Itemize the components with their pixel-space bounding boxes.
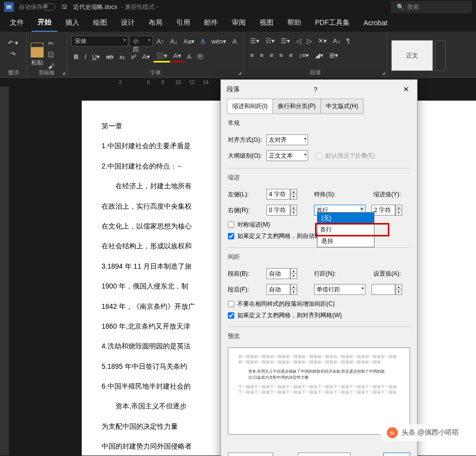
clipboard-expand-icon[interactable]: ◢ — [62, 71, 65, 75]
undo-button[interactable]: ↶ ▾ — [5, 38, 21, 48]
option-none[interactable]: (无) — [317, 213, 374, 224]
left-spinner[interactable]: ▴▾ — [290, 189, 297, 200]
paste-button[interactable]: 粘贴 — [31, 40, 44, 69]
enclose-char[interactable]: ㊕ — [195, 51, 206, 62]
noadd-checkbox[interactable] — [228, 301, 234, 307]
by-spinner[interactable]: ▴▾ — [395, 205, 402, 216]
tab-asian[interactable]: 中文版式(H) — [320, 99, 364, 114]
document-name: 近代史缩略.docx — [73, 3, 117, 11]
collapse-checkbox — [316, 153, 322, 159]
group-paragraph: 段落 — [244, 69, 387, 76]
decrease-indent[interactable]: ◁ — [294, 36, 304, 46]
bullets[interactable]: ☰▾ — [248, 36, 262, 46]
line-spacing-select[interactable]: 单倍行距▾ — [314, 284, 366, 295]
sort[interactable]: A↓ — [330, 36, 343, 46]
show-marks[interactable]: ¶ — [344, 36, 352, 46]
align-left[interactable]: ≡ — [248, 50, 257, 60]
by-input[interactable] — [371, 205, 395, 216]
italic-button[interactable]: I — [82, 52, 89, 62]
line-spacing[interactable]: ↕≡▾ — [296, 50, 312, 60]
tab-file[interactable]: 文件 — [4, 14, 30, 31]
after-input[interactable] — [266, 284, 290, 295]
subscript[interactable]: x₂ — [117, 52, 128, 62]
justify[interactable]: ≡ — [277, 50, 286, 60]
tab-review[interactable]: 审阅 — [226, 14, 252, 31]
cut-button[interactable]: ✂ — [46, 38, 57, 49]
phonetic[interactable]: A̤ — [198, 36, 208, 47]
align-right[interactable]: ≡ — [267, 50, 276, 60]
tab-line-break[interactable]: 换行和分页(P) — [272, 99, 321, 114]
clear-format[interactable]: wén▾ — [209, 36, 229, 47]
tab-view[interactable]: 视图 — [254, 14, 279, 31]
section-general: 常规 — [228, 119, 410, 129]
tab-layout[interactable]: 布局 — [143, 14, 168, 31]
font-name-select[interactable]: 宋体 — [71, 36, 128, 47]
tab-acrobat[interactable]: Acrobat — [358, 15, 393, 31]
help-icon[interactable]: ? — [314, 86, 317, 93]
distribute[interactable]: ≡ — [286, 50, 295, 60]
tab-help[interactable]: 帮助 — [281, 14, 307, 31]
tab-home[interactable]: 开始 — [32, 14, 57, 32]
tab-pdf[interactable]: PDF工具集 — [309, 14, 356, 31]
tab-mailings[interactable]: 邮件 — [198, 14, 224, 31]
search-icon: 🔍 — [397, 3, 404, 10]
vertical-ruler[interactable] — [0, 87, 9, 456]
paste-icon — [31, 43, 44, 57]
numbering[interactable]: ☷▾ — [263, 36, 277, 46]
at-input[interactable] — [371, 284, 395, 295]
tabs-button[interactable]: 制表位(T)... — [228, 453, 273, 456]
strike-button[interactable]: ab — [104, 52, 115, 62]
style-next[interactable] — [435, 40, 446, 71]
after-spinner[interactable]: ▴▾ — [290, 284, 297, 295]
before-spinner[interactable]: ▴▾ — [290, 268, 297, 279]
paragraph-expand-icon[interactable]: ◢ — [382, 71, 385, 75]
font-color[interactable]: A▾ — [171, 51, 184, 62]
align-label: 对齐方式(G): — [228, 136, 263, 144]
bold-button[interactable]: B — [71, 52, 81, 62]
ok-button[interactable]: 确定 — [383, 453, 410, 456]
tab-insert[interactable]: 插入 — [59, 14, 85, 31]
tab-references[interactable]: 引用 — [170, 14, 196, 31]
right-spinner[interactable]: ▴▾ — [290, 205, 297, 216]
before-input[interactable] — [266, 268, 290, 279]
shading[interactable]: ◢▾ — [313, 50, 326, 60]
mirror-checkbox[interactable] — [228, 222, 234, 228]
outline-select[interactable]: 正文文本▾ — [266, 150, 308, 161]
autogrid-checkbox[interactable] — [228, 233, 234, 239]
left-indent-input[interactable] — [266, 189, 290, 200]
tab-indent-spacing[interactable]: 缩进和间距(I) — [227, 99, 273, 114]
grow-font[interactable]: A↑ — [154, 36, 166, 47]
multilevel[interactable]: ☲▾ — [278, 36, 293, 46]
tab-draw[interactable]: 绘图 — [87, 14, 113, 31]
change-case[interactable]: Aa▾ — [181, 36, 198, 47]
option-hanging[interactable]: 悬挂 — [317, 235, 374, 247]
align-select[interactable]: 左对齐▾ — [266, 134, 308, 145]
border-char[interactable]: A — [230, 36, 239, 47]
asian-layout[interactable]: ✕▾ — [316, 36, 329, 46]
increase-indent[interactable]: ▷ — [305, 36, 315, 46]
align-center[interactable]: ≡ — [258, 50, 266, 60]
font-size-select[interactable]: 小四 — [129, 36, 154, 47]
highlight[interactable]: ⬛▾ — [154, 51, 170, 62]
underline-button[interactable]: U▾ — [90, 52, 103, 62]
text-effect[interactable]: A▾ — [140, 52, 153, 62]
outline-label: 大纲级别(O): — [228, 152, 263, 160]
group-undo: 撤消 — [0, 69, 26, 76]
font-expand-icon[interactable]: ◢ — [238, 71, 241, 75]
char-shading[interactable]: A — [185, 52, 194, 62]
option-first-line[interactable]: 首行 — [316, 224, 388, 235]
save-icon[interactable]: 🖫 — [61, 3, 67, 10]
copy-button[interactable]: ⿻ — [46, 50, 57, 60]
right-indent-input[interactable] — [266, 205, 290, 216]
at-spinner[interactable]: ▴▾ — [395, 284, 402, 295]
close-icon[interactable]: ✕ — [401, 85, 411, 93]
borders[interactable]: ⊞▾ — [327, 50, 341, 60]
snap-checkbox[interactable] — [228, 312, 234, 319]
shrink-font[interactable]: A↓ — [167, 36, 180, 47]
redo-button[interactable]: ↷ — [8, 49, 18, 59]
autosave-toggle[interactable] — [43, 3, 55, 10]
search-box[interactable]: 🔍搜索 — [391, 1, 472, 13]
default-button[interactable]: 设为默认值(D) — [298, 453, 351, 456]
tab-design[interactable]: 设计 — [115, 14, 141, 31]
style-normal[interactable]: 正文 — [391, 40, 433, 71]
